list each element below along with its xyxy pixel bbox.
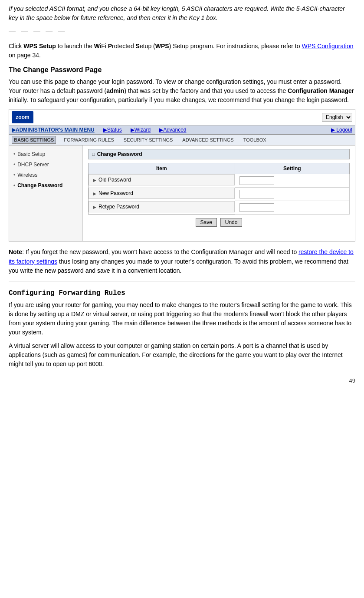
configuring-heading: Configuring Forwarding Rules (9, 289, 355, 297)
change-password-intro: You can use this page to change your log… (9, 77, 355, 105)
subnav-advanced-settings[interactable]: ADVANCED SETTINGS (180, 136, 235, 143)
wps-bold4: S (136, 43, 140, 50)
subnav-forwarding-rules[interactable]: FORWARDING RULES (62, 136, 116, 143)
subnav-basic-settings[interactable]: BASIC SETTINGS (12, 136, 56, 144)
note-bold: Note (9, 248, 22, 255)
main-nav: ▶ ADMINISTRATOR's MAIN MENU ▶ Status ▶ W… (9, 126, 355, 135)
sidebar: Basic Setup DHCP Server Wireless Change … (9, 145, 83, 241)
wps-paragraph: Click WPS Setup to launch the WiFi Prote… (9, 42, 355, 60)
nav-admin-menu[interactable]: ▶ ADMINISTRATOR's MAIN MENU (12, 127, 95, 133)
subnav-security-settings[interactable]: SECURITY SETTINGS (122, 136, 174, 143)
advanced-icon: ▶ (159, 127, 163, 133)
new-password-label-cell: New Password (93, 190, 133, 196)
router-ui: zoom English ▶ ADMINISTRATOR's MAIN MENU… (9, 109, 355, 241)
old-password-label: Old Password (93, 177, 131, 183)
undo-button[interactable]: Undo (220, 218, 243, 227)
sidebar-item-change-password[interactable]: Change Password (9, 180, 82, 191)
new-password-label: New Password (93, 190, 133, 196)
sidebar-item-basic-setup[interactable]: Basic Setup (9, 149, 82, 159)
wps-bold2: W (94, 43, 100, 50)
wizard-icon: ▶ (131, 127, 134, 133)
nav-wizard[interactable]: ▶ Wizard (131, 127, 151, 133)
section-divider (9, 281, 355, 281)
old-password-label-cell: Old Password (93, 177, 131, 183)
nav-status[interactable]: ▶ Status (103, 127, 122, 133)
nav-logout[interactable]: ▶ Logout (331, 127, 352, 133)
note-section: Note: If you forget the new password, yo… (9, 248, 355, 276)
configuring-para1: If you are using your router for gaming,… (9, 301, 355, 337)
wps-config-link[interactable]: WPS Configuration (302, 43, 353, 50)
old-password-input[interactable] (239, 176, 274, 185)
button-row: Save Undo (88, 215, 350, 230)
page-number: 49 (9, 377, 355, 384)
table-header-item: Item (89, 163, 235, 174)
dash-line: — — — — — (9, 27, 355, 35)
password-table: Item Setting Old Password (88, 163, 350, 215)
table-header-setting: Setting (235, 163, 349, 174)
status-icon: ▶ (103, 127, 107, 133)
wps-bold3: P (108, 43, 112, 50)
main-panel: Change Password Item Setting Old Passwor… (83, 145, 355, 241)
panel-title: Change Password (88, 149, 350, 159)
table-row: New Password (89, 188, 350, 201)
subnav-toolbox[interactable]: TOOLBOX (242, 136, 268, 143)
content-area: Basic Setup DHCP Server Wireless Change … (9, 145, 355, 241)
nav-advanced[interactable]: ▶ Advanced (159, 127, 186, 133)
save-button[interactable]: Save (196, 218, 217, 227)
language-select[interactable]: English (322, 113, 352, 122)
admin-menu-icon: ▶ (12, 127, 16, 133)
router-topbar: zoom English (9, 109, 355, 126)
retype-password-label-cell: Retype Password (93, 204, 139, 210)
table-row: Old Password (89, 174, 350, 188)
admin-bold: admin (106, 87, 124, 94)
table-row: Retype Password (89, 201, 350, 215)
new-password-input[interactable] (239, 190, 274, 198)
sidebar-item-dhcp-server[interactable]: DHCP Server (9, 159, 82, 170)
configuring-para2: A virtual server will allow access to yo… (9, 341, 355, 369)
ascii-para: If you selected ASCII format, and you ch… (9, 4, 355, 23)
note-text: : If you forget the new password, you wo… (22, 248, 298, 255)
zoom-logo: zoom (12, 111, 33, 123)
sub-nav: BASIC SETTINGS FORWARDING RULES SECURITY… (9, 135, 355, 145)
config-manager-bold: Configuration Manager (288, 87, 354, 94)
sidebar-item-wireless[interactable]: Wireless (9, 170, 82, 180)
change-password-heading: The Change Password Page (9, 66, 355, 74)
retype-password-input[interactable] (239, 203, 274, 212)
note-text2: thus losing any changes you made to your… (9, 258, 348, 274)
wps-bold1: WPS Setup (23, 43, 56, 50)
retype-password-label: Retype Password (93, 204, 139, 210)
wps-bold5: WPS (155, 43, 169, 50)
